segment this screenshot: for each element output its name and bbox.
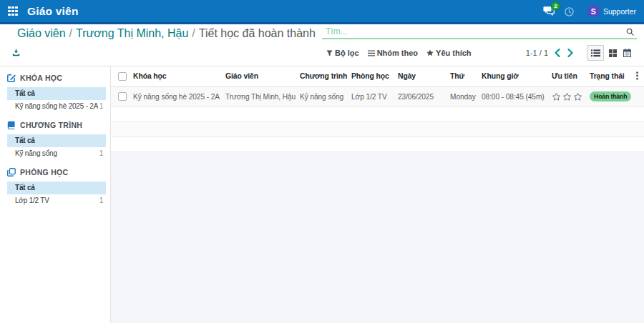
cell-time-slot: 08:00 - 08:45 (45m) [478, 86, 548, 106]
sidebar-item-room[interactable]: Lớp 1/2 TV 1 [7, 194, 106, 207]
app-title: Giáo viên [27, 5, 79, 18]
column-header-room[interactable]: Phòng học [348, 66, 394, 86]
favorites-star-icon [426, 49, 434, 56]
dots-vertical-icon [636, 71, 638, 80]
cell-room: Lớp 1/2 TV [348, 86, 394, 106]
message-count-badge: 2 [551, 1, 560, 11]
sidebar-section-title: KHÓA HỌC [20, 74, 62, 82]
sidebar-section-phong-hoc: PHÒNG HỌC Tất cả Lớp 1/2 TV 1 [0, 166, 110, 207]
select-all-checkbox[interactable] [118, 72, 127, 81]
sidebar-item-label: Kỹ năng sống hè 2025 - 2A [15, 102, 98, 110]
clock-icon [565, 7, 574, 16]
column-header-priority[interactable]: Ưu tiên [548, 66, 585, 86]
column-header-time-slot[interactable]: Khung giờ [478, 66, 548, 86]
content-area: KHÓA HỌC Tất cả Kỹ năng sống hè 2025 - 2… [0, 66, 644, 323]
apps-grid-icon[interactable] [8, 6, 18, 16]
breadcrumb-link-teacher[interactable]: Trương Thị Minh, Hậu [76, 27, 188, 39]
sidebar-item-label: Tất cả [15, 184, 35, 192]
sidebar-section-chuong-trinh: CHƯƠNG TRÌNH Tất cả Kỹ năng sống 1 [0, 119, 110, 159]
records-table: Khóa học Giáo viên Chương trình Phòng họ… [111, 66, 644, 152]
group-by-button[interactable]: Nhóm theo [368, 49, 418, 57]
favorites-button[interactable]: Yêu thích [426, 49, 472, 57]
filter-funnel-icon [326, 50, 333, 56]
sidebar-section-title: CHƯƠNG TRÌNH [20, 121, 82, 129]
empty-row [111, 106, 644, 121]
list-view-button[interactable] [587, 45, 604, 61]
filter-button[interactable]: Bộ lọc [326, 49, 359, 57]
toolbar-strip: Giáo viên/Trương Thị Minh, Hậu/Tiết học … [0, 24, 644, 66]
priority-star-icon[interactable] [562, 92, 572, 101]
sidebar-section-title: PHÒNG HỌC [20, 168, 68, 177]
control-panel: Bộ lọc Nhóm theo Yêu thích 1-1 / 1 [326, 43, 637, 63]
search-bar [322, 25, 637, 39]
column-header-course[interactable]: Khóa học [130, 66, 222, 86]
sidebar-item-program[interactable]: Kỹ năng sống 1 [7, 147, 106, 160]
empty-row [111, 136, 644, 151]
optional-columns-button[interactable] [633, 66, 644, 86]
edit-icon [7, 74, 16, 82]
pager-counter: 1-1 / 1 [526, 49, 548, 57]
column-header-status[interactable]: Trạng thái [585, 66, 633, 86]
filter-label: Bộ lọc [335, 49, 359, 57]
sidebar-item-all-programs[interactable]: Tất cả [7, 134, 106, 147]
status-badge: Hoàn thành [590, 91, 631, 101]
search-icon[interactable] [626, 28, 634, 36]
activity-clock-button[interactable] [565, 6, 574, 16]
column-header-weekday[interactable]: Thứ [447, 66, 478, 86]
cell-teacher: Trương Thị Minh, Hậu [222, 86, 296, 106]
book-icon [7, 121, 16, 129]
calendar-view-icon [623, 49, 631, 57]
favorites-label: Yêu thích [436, 49, 472, 57]
download-icon[interactable] [12, 49, 20, 56]
cell-priority [548, 86, 585, 106]
sidebar-item-count: 1 [99, 149, 103, 157]
cell-course: Kỹ năng sống hè 2025 - 2A [130, 86, 222, 106]
sidebar-item-label: Tất cả [15, 89, 35, 97]
group-by-label: Nhóm theo [377, 49, 418, 57]
breadcrumb: Giáo viên/Trương Thị Minh, Hậu/Tiết học … [17, 27, 316, 40]
view-switcher [587, 45, 633, 61]
cell-program: Kỹ năng sống [296, 86, 348, 106]
sidebar-section-header: PHÒNG HỌC [0, 166, 110, 179]
sidebar-section-khoa-hoc: KHÓA HỌC Tất cả Kỹ năng sống hè 2025 - 2… [0, 71, 110, 112]
filter-sidebar: KHÓA HỌC Tất cả Kỹ năng sống hè 2025 - 2… [0, 66, 111, 323]
calendar-view-button[interactable] [621, 45, 633, 61]
sidebar-item-count: 1 [99, 102, 103, 110]
column-header-date[interactable]: Ngày [394, 66, 447, 86]
list-view-icon [591, 49, 600, 57]
sidebar-item-all-courses[interactable]: Tất cả [7, 87, 106, 100]
kanban-view-button[interactable] [607, 45, 618, 61]
sidebar-item-label: Tất cả [15, 136, 35, 144]
table-header-row: Khóa học Giáo viên Chương trình Phòng họ… [111, 66, 644, 86]
column-header-teacher[interactable]: Giáo viên [222, 66, 296, 86]
top-navbar: Giáo viên 2 S Supporter [0, 0, 644, 24]
priority-star-icon[interactable] [552, 92, 561, 101]
search-input[interactable] [322, 26, 626, 36]
priority-star-icon[interactable] [573, 92, 582, 101]
row-checkbox[interactable] [118, 92, 127, 101]
messages-button[interactable]: 2 [543, 6, 555, 16]
chevron-right-icon [567, 49, 573, 57]
breadcrumb-link-giao-vien[interactable]: Giáo viên [17, 27, 66, 39]
kanban-view-icon [609, 49, 617, 57]
user-avatar[interactable]: S [587, 5, 600, 17]
pager-next-button[interactable] [567, 49, 573, 57]
sidebar-section-header: CHƯƠNG TRÌNH [0, 119, 110, 131]
group-by-icon [368, 50, 375, 56]
table-row[interactable]: Kỹ năng sống hè 2025 - 2A Trương Thị Min… [111, 86, 644, 106]
pager-previous-button[interactable] [555, 49, 560, 57]
column-header-program[interactable]: Chương trình [296, 66, 348, 86]
list-view: Khóa học Giáo viên Chương trình Phòng họ… [111, 66, 644, 323]
sidebar-item-label: Lớp 1/2 TV [15, 197, 49, 204]
cell-weekday: Monday [447, 86, 478, 106]
chevron-left-icon [555, 49, 560, 57]
breadcrumb-separator: / [188, 27, 198, 39]
sidebar-section-header: KHÓA HỌC [0, 71, 110, 84]
breadcrumb-separator: / [66, 27, 76, 39]
sidebar-item-course[interactable]: Kỹ năng sống hè 2025 - 2A 1 [7, 100, 106, 113]
breadcrumb-current: Tiết học đã hoàn thành [199, 27, 316, 39]
sidebar-item-all-rooms[interactable]: Tất cả [7, 182, 106, 194]
user-name[interactable]: Supporter [603, 7, 636, 16]
clone-icon [7, 168, 16, 177]
sidebar-item-count: 1 [99, 197, 103, 204]
